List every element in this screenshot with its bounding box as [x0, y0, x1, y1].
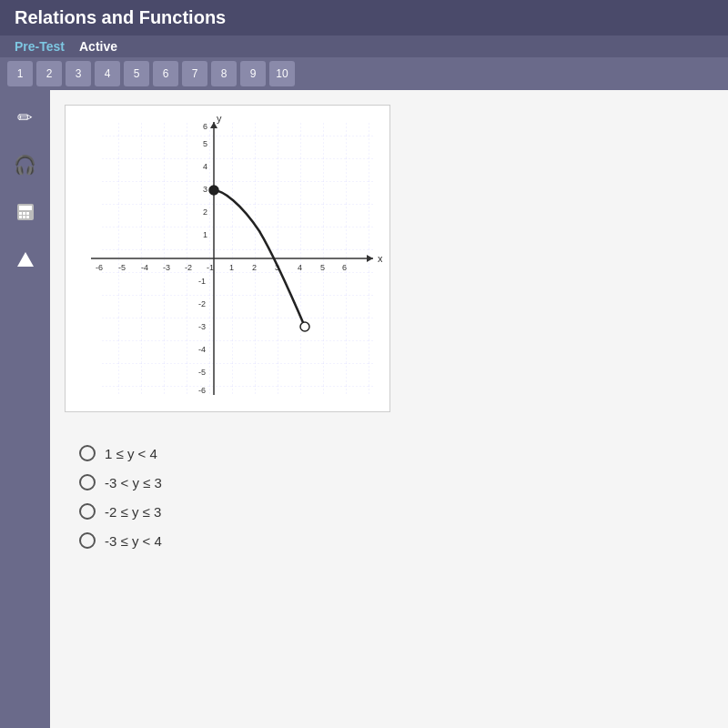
calculator-icon[interactable]: [9, 196, 42, 228]
svg-text:x: x: [378, 253, 382, 264]
svg-text:-1: -1: [207, 263, 214, 272]
svg-text:4: 4: [203, 162, 207, 171]
app-header: Relations and Functions: [0, 0, 728, 35]
svg-text:6: 6: [203, 122, 207, 131]
question-num-9[interactable]: 9: [240, 61, 266, 86]
svg-rect-2: [19, 212, 22, 215]
svg-text:4: 4: [298, 263, 302, 272]
svg-text:1: 1: [203, 230, 207, 239]
active-label: Active: [79, 39, 117, 54]
choice-4-label: -3 ≤ y < 4: [105, 533, 162, 549]
svg-marker-8: [17, 252, 34, 267]
question-num-6[interactable]: 6: [153, 61, 178, 86]
svg-text:y: y: [217, 113, 222, 124]
question-num-4[interactable]: 4: [95, 61, 120, 86]
pencil-icon[interactable]: ✏: [9, 101, 42, 134]
choice-2[interactable]: -3 < y ≤ 3: [79, 474, 713, 490]
question-num-10[interactable]: 10: [269, 61, 295, 86]
svg-text:-5: -5: [118, 263, 126, 272]
choice-4[interactable]: -3 ≤ y < 4: [79, 532, 713, 549]
svg-text:-4: -4: [141, 263, 148, 272]
choice-4-radio[interactable]: [79, 532, 96, 549]
question-num-8[interactable]: 8: [211, 61, 237, 86]
choice-1[interactable]: 1 ≤ y < 4: [79, 445, 713, 461]
graph-container: x y -6 -5 -4 -3 -2 -1 1 2 3 4 5 6: [65, 105, 390, 412]
svg-rect-6: [23, 216, 25, 218]
svg-text:2: 2: [203, 207, 207, 217]
choice-3[interactable]: -2 ≤ y ≤ 3: [79, 503, 713, 520]
question-num-7[interactable]: 7: [182, 61, 207, 86]
page-title: Relations and Functions: [15, 7, 226, 28]
choice-1-label: 1 ≤ y < 4: [105, 446, 157, 461]
svg-text:3: 3: [203, 185, 207, 194]
coordinate-graph: x y -6 -5 -4 -3 -2 -1 1 2 3 4 5 6: [73, 113, 382, 404]
svg-rect-7: [26, 216, 29, 218]
svg-text:-1: -1: [198, 277, 206, 286]
question-num-1[interactable]: 1: [7, 61, 33, 86]
choice-2-radio[interactable]: [79, 474, 96, 490]
headphone-icon[interactable]: 🎧: [9, 148, 42, 181]
pretest-label[interactable]: Pre-Test: [15, 39, 65, 54]
answer-choices: 1 ≤ y < 4-3 < y ≤ 3-2 ≤ y ≤ 3-3 ≤ y < 4: [65, 445, 713, 549]
svg-rect-1: [19, 206, 32, 210]
sub-header: Pre-Test Active: [0, 35, 728, 57]
choice-3-radio[interactable]: [79, 503, 96, 520]
question-bar: 12345678910: [0, 57, 728, 90]
sidebar: ✏ 🎧: [0, 90, 50, 728]
svg-text:5: 5: [320, 263, 325, 272]
svg-text:-4: -4: [198, 345, 206, 354]
svg-text:-6: -6: [96, 263, 103, 272]
svg-point-41: [300, 322, 309, 331]
svg-point-40: [209, 186, 218, 195]
question-num-5[interactable]: 5: [124, 61, 149, 86]
choice-2-label: -3 < y ≤ 3: [105, 475, 162, 490]
up-arrow-icon[interactable]: [9, 243, 42, 276]
svg-text:-5: -5: [198, 368, 206, 377]
svg-text:-3: -3: [163, 263, 170, 272]
main-content: x y -6 -5 -4 -3 -2 -1 1 2 3 4 5 6: [50, 90, 728, 728]
svg-text:-3: -3: [198, 322, 206, 331]
svg-rect-3: [23, 212, 25, 215]
svg-text:6: 6: [342, 263, 347, 272]
svg-rect-4: [26, 212, 29, 215]
svg-text:-6: -6: [198, 386, 206, 395]
question-num-2[interactable]: 2: [36, 61, 62, 86]
svg-text:1: 1: [229, 263, 234, 272]
choice-3-label: -2 ≤ y ≤ 3: [105, 504, 161, 520]
svg-text:5: 5: [203, 139, 207, 148]
svg-text:-2: -2: [198, 299, 206, 308]
svg-text:-2: -2: [185, 263, 192, 272]
svg-text:2: 2: [252, 263, 257, 272]
svg-rect-5: [19, 216, 22, 218]
question-num-3[interactable]: 3: [66, 61, 91, 86]
choice-1-radio[interactable]: [79, 445, 96, 461]
